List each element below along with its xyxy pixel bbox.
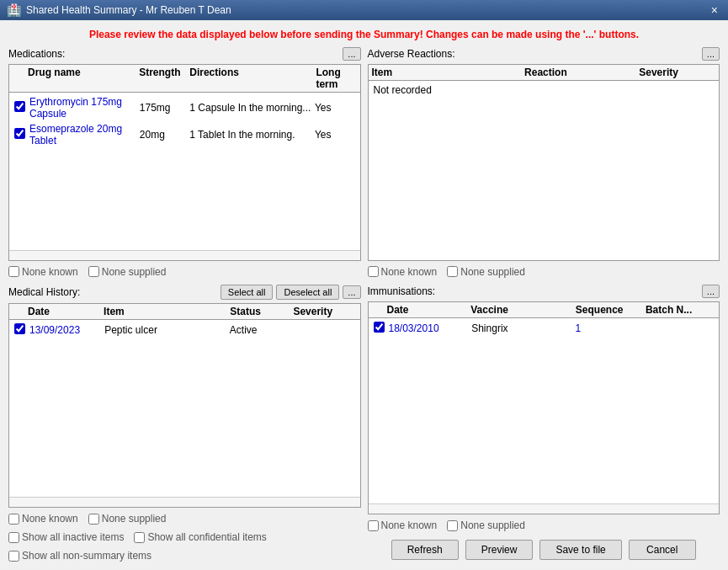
medical-history-ellipsis-button[interactable]: ...	[343, 285, 360, 299]
immunisations-table-header: Date Vaccine Sequence Batch N...	[369, 302, 720, 318]
med-row2-checkbox[interactable]	[14, 128, 25, 139]
table-row: 13/09/2023 Peptic ulcer Active	[11, 322, 359, 338]
mh-none-supplied-text: None supplied	[102, 513, 167, 525]
adverse-reactions-table-body: Not recorded	[369, 81, 720, 260]
medications-none-known-text: None known	[22, 266, 78, 278]
mh-none-supplied-checkbox[interactable]	[88, 514, 99, 525]
mh-show-confidential-text: Show all confidential items	[147, 531, 266, 543]
medications-table-body: Erythromycin 175mg Capsule 175mg 1 Capsu…	[9, 93, 360, 250]
med-row2-drug: Esomeprazole 20mg Tablet	[29, 123, 140, 146]
mh-show-non-summary-label: Show all non-summary items	[8, 550, 151, 562]
med-row1-checkbox[interactable]	[14, 101, 25, 112]
medical-history-buttons: Select all Deselect all ...	[221, 285, 361, 300]
immunisations-ellipsis-button[interactable]: ...	[702, 285, 720, 298]
immunisations-panel: Immunisations: ... Date Vaccine Sequence…	[368, 285, 720, 563]
medications-none-known-checkbox[interactable]	[8, 266, 19, 277]
medications-panel: Medications: ... Drug name Strength Dire…	[8, 47, 361, 280]
medications-label: Medications:	[8, 48, 65, 60]
table-row: Esomeprazole 20mg Tablet 20mg 1 Tablet I…	[11, 121, 359, 148]
imm-row1-checkbox-cell	[374, 322, 389, 335]
mh-status-col-header: Status	[230, 306, 293, 317]
medications-ellipsis-button[interactable]: ...	[343, 47, 360, 61]
bottom-panels-row: Medical History: Select all Deselect all…	[8, 285, 720, 563]
adverse-reactions-ellipsis-button[interactable]: ...	[702, 47, 720, 61]
title-bar-left: 🏥 Shared Health Summary - Mr Reuben T De…	[7, 3, 231, 17]
adverse-reactions-table: Item Reaction Severity Not recorded	[368, 64, 720, 261]
imm-check-col	[372, 304, 387, 316]
med-row1-drug-link[interactable]: Erythromycin 175mg Capsule	[29, 96, 122, 120]
med-row2-checkbox-cell	[14, 128, 29, 141]
adv-none-supplied-checkbox[interactable]	[447, 266, 458, 277]
main-content: Please review the data displayed below b…	[0, 20, 728, 570]
adv-severity-col-header: Severity	[639, 67, 715, 78]
mh-row1-checkbox[interactable]	[14, 323, 25, 334]
imm-batch-col-header: Batch N...	[646, 304, 715, 316]
warning-text: Please review the data displayed below b…	[8, 27, 720, 42]
save-to-file-button[interactable]: Save to file	[539, 540, 621, 560]
preview-button[interactable]: Preview	[465, 540, 534, 560]
adv-none-known-text: None known	[381, 266, 438, 278]
adverse-reactions-label: Adverse Reactions:	[368, 48, 455, 60]
medications-directions-col-header: Directions	[189, 67, 316, 90]
adv-not-recorded: Not recorded	[374, 84, 715, 96]
imm-none-known-checkbox[interactable]	[368, 520, 379, 531]
med-row2-longterm: Yes	[315, 129, 355, 141]
adv-none-supplied-text: None supplied	[460, 266, 525, 278]
top-panels-row: Medications: ... Drug name Strength Dire…	[8, 47, 720, 280]
mh-item-col-header: Item	[104, 306, 230, 317]
medical-history-table: Date Item Status Severity 13/09/2023 Pep…	[8, 303, 361, 508]
imm-none-supplied-checkbox[interactable]	[447, 520, 458, 531]
imm-date-col-header: Date	[387, 304, 471, 316]
medications-drug-col-header: Drug name	[28, 67, 139, 90]
immunisations-scrollbar[interactable]	[369, 503, 720, 514]
table-row: 18/03/2010 Shingrix 1	[370, 320, 718, 337]
mh-none-known-label: None known	[8, 513, 78, 525]
imm-none-supplied-text: None supplied	[460, 519, 525, 531]
deselect-all-button[interactable]: Deselect all	[276, 285, 339, 300]
imm-row1-checkbox[interactable]	[374, 322, 385, 333]
adv-item-col-header: Item	[372, 67, 525, 78]
table-row: Erythromycin 175mg Capsule 175mg 1 Capsu…	[11, 94, 359, 121]
mh-show-confidential-label: Show all confidential items	[134, 531, 266, 543]
medications-header: Medications: ...	[8, 47, 361, 61]
medical-history-label: Medical History:	[8, 286, 80, 298]
adv-none-known-checkbox[interactable]	[368, 266, 379, 277]
imm-sequence-col-header: Sequence	[576, 304, 646, 316]
close-button[interactable]: ×	[708, 3, 721, 17]
adverse-reactions-checkbox-row: None known None supplied	[368, 264, 720, 280]
refresh-button[interactable]: Refresh	[391, 540, 459, 560]
adverse-reactions-panel: Adverse Reactions: ... Item Reaction Sev…	[368, 47, 720, 280]
adv-none-known-label: None known	[368, 266, 438, 278]
medications-check-col	[13, 67, 28, 90]
medical-history-panel: Medical History: Select all Deselect all…	[8, 285, 361, 563]
med-row1-directions: 1 Capsule In the morning...	[189, 102, 315, 114]
medical-history-scrollbar[interactable]	[9, 497, 360, 507]
mh-none-known-checkbox[interactable]	[8, 514, 19, 525]
medical-history-header: Medical History: Select all Deselect all…	[8, 285, 361, 300]
mh-show-non-summary-checkbox[interactable]	[8, 551, 19, 562]
med-row2-directions: 1 Tablet In the morning.	[189, 129, 315, 141]
medications-strength-col-header: Strength	[139, 67, 189, 90]
imm-vaccine-col-header: Vaccine	[470, 304, 576, 316]
medical-history-checkbox-row-3: Show all non-summary items	[8, 548, 361, 563]
mh-none-known-text: None known	[22, 513, 78, 525]
select-all-button[interactable]: Select all	[221, 285, 274, 300]
mh-show-confidential-checkbox[interactable]	[134, 532, 145, 543]
imm-none-supplied-label: None supplied	[447, 519, 525, 531]
adv-reaction-col-header: Reaction	[524, 67, 639, 78]
title-bar: 🏥 Shared Health Summary - Mr Reuben T De…	[0, 0, 728, 20]
med-row2-drug-link[interactable]: Esomeprazole 20mg Tablet	[29, 123, 122, 146]
med-row1-checkbox-cell	[14, 101, 29, 115]
medications-scrollbar[interactable]	[9, 250, 360, 260]
medical-history-table-body: 13/09/2023 Peptic ulcer Active	[9, 320, 360, 497]
cancel-button[interactable]: Cancel	[629, 540, 696, 560]
immunisations-table-body: 18/03/2010 Shingrix 1	[369, 318, 720, 503]
mh-show-inactive-checkbox[interactable]	[8, 532, 19, 543]
immunisations-checkbox-row: None known None supplied	[368, 518, 720, 533]
imm-none-known-text: None known	[381, 519, 438, 531]
mh-check-col	[13, 306, 28, 317]
mh-date-col-header: Date	[28, 306, 104, 317]
medications-none-supplied-checkbox[interactable]	[88, 266, 99, 277]
mh-show-inactive-text: Show all inactive items	[22, 531, 124, 543]
imm-row1-date: 18/03/2010	[389, 322, 472, 334]
